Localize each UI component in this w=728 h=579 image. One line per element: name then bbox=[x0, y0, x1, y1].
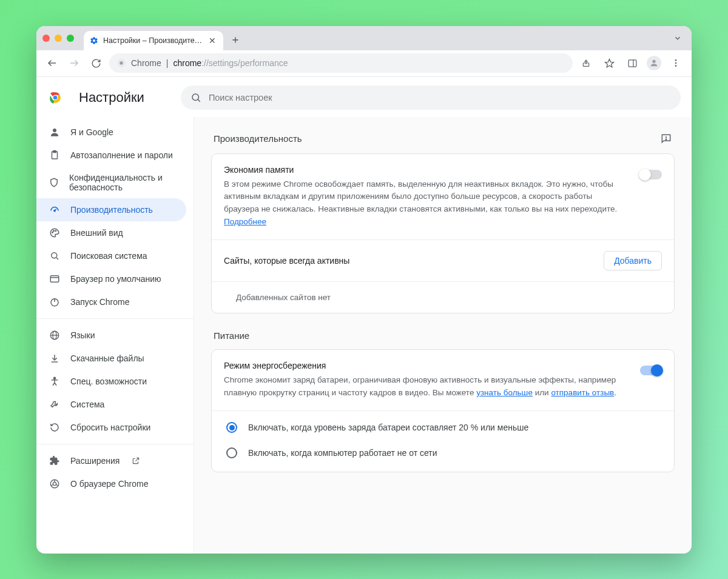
sidebar-item-label: Расширения bbox=[70, 456, 120, 466]
chevron-down-icon[interactable] bbox=[670, 34, 686, 42]
svg-point-24 bbox=[53, 230, 55, 231]
energy-option-battery-20[interactable]: Включать, когда уровень заряда батареи с… bbox=[224, 415, 662, 440]
section-header-performance: Производительность bbox=[214, 133, 672, 145]
sidebar-item-label: Поисковая система bbox=[70, 251, 147, 261]
sidebar-divider bbox=[36, 318, 194, 319]
svg-line-17 bbox=[198, 99, 200, 101]
memory-saver-title: Экономия памяти bbox=[224, 165, 628, 175]
new-tab-button[interactable]: ＋ bbox=[227, 31, 244, 48]
omnibox-url: chrome://settings/performance bbox=[173, 58, 288, 68]
sidebar-item-reset[interactable]: Сбросить настройки bbox=[36, 416, 186, 439]
svg-point-49 bbox=[666, 139, 666, 139]
sidebar-item-appearance[interactable]: Внешний вид bbox=[36, 221, 186, 244]
settings-search[interactable] bbox=[181, 85, 681, 110]
extension-icon bbox=[49, 455, 61, 466]
clipboard-icon bbox=[49, 150, 61, 161]
sidebar-item-label: Конфиденциальность и безопасность bbox=[69, 173, 174, 192]
sidebar-item-label: Скачанные файлы bbox=[70, 353, 144, 363]
energy-option-unplugged[interactable]: Включать, когда компьютер работает не от… bbox=[224, 440, 662, 466]
globe-icon bbox=[49, 330, 61, 341]
svg-line-41 bbox=[55, 383, 56, 386]
sidebar-item-label: Сбросить настройки bbox=[70, 423, 150, 432]
sidebar-item-performance[interactable]: Производительность bbox=[36, 198, 186, 221]
energy-saver-toggle[interactable] bbox=[640, 366, 662, 375]
svg-marker-6 bbox=[605, 59, 613, 67]
chrome-outline-icon bbox=[49, 478, 61, 489]
sidebar-item-privacy[interactable]: Конфиденциальность и безопасность bbox=[36, 167, 186, 198]
tab-title: Настройки – Производительн bbox=[103, 36, 203, 45]
svg-line-46 bbox=[51, 484, 53, 486]
sidebar-item-you-and-google[interactable]: Я и Google bbox=[36, 121, 186, 144]
forward-button[interactable] bbox=[66, 55, 83, 72]
close-window-button[interactable] bbox=[42, 35, 50, 42]
gear-icon bbox=[90, 36, 98, 45]
profile-avatar[interactable] bbox=[647, 56, 661, 70]
share-icon[interactable] bbox=[578, 55, 595, 72]
sidebar-item-default-browser[interactable]: Браузер по умолчанию bbox=[36, 267, 186, 290]
side-panel-icon[interactable] bbox=[624, 55, 641, 72]
svg-line-27 bbox=[56, 258, 58, 259]
speedometer-icon bbox=[49, 204, 61, 215]
accessibility-icon bbox=[49, 376, 61, 387]
memory-saver-description: В этом режиме Chrome освобождает память,… bbox=[224, 178, 628, 229]
person-icon bbox=[49, 127, 61, 138]
sidebar-item-about[interactable]: О браузере Chrome bbox=[36, 472, 186, 495]
add-site-button[interactable]: Добавить bbox=[604, 251, 662, 270]
svg-rect-7 bbox=[629, 59, 636, 66]
svg-rect-20 bbox=[53, 150, 56, 152]
sidebar-item-label: О браузере Chrome bbox=[70, 479, 149, 489]
sidebar-item-label: Спец. возможности bbox=[70, 377, 147, 386]
sidebar-item-label: Автозаполнение и пароли bbox=[70, 150, 173, 160]
feedback-icon[interactable] bbox=[660, 133, 672, 145]
learn-more-link[interactable]: Подробнее bbox=[224, 217, 266, 226]
sidebar-item-label: Браузер по умолчанию bbox=[70, 274, 161, 284]
sidebar-item-search-engine[interactable]: Поисковая система bbox=[36, 244, 186, 267]
minimize-window-button[interactable] bbox=[55, 35, 62, 42]
shield-icon bbox=[49, 177, 59, 188]
svg-point-12 bbox=[675, 65, 677, 67]
memory-saver-toggle[interactable] bbox=[640, 170, 662, 179]
energy-saver-description: Chrome экономит заряд батареи, ограничив… bbox=[224, 374, 628, 400]
sidebar-item-languages[interactable]: Языки bbox=[36, 324, 186, 347]
restore-icon bbox=[49, 422, 61, 433]
send-feedback-link[interactable]: отправить отзыв bbox=[551, 388, 614, 397]
back-button[interactable] bbox=[44, 55, 61, 72]
sidebar-item-on-startup[interactable]: Запуск Chrome bbox=[36, 290, 186, 313]
svg-point-18 bbox=[53, 129, 56, 132]
radio-unchecked-icon bbox=[226, 447, 237, 458]
energy-saver-title: Режим энергосбережения bbox=[224, 361, 628, 370]
sidebar-divider bbox=[36, 444, 194, 444]
sidebar-item-label: Я и Google bbox=[70, 127, 113, 137]
section-title: Производительность bbox=[214, 133, 302, 144]
sidebar-item-extensions[interactable]: Расширения bbox=[36, 449, 186, 472]
learn-more-link[interactable]: узнать больше bbox=[476, 388, 533, 397]
svg-point-37 bbox=[54, 377, 56, 379]
titlebar: Настройки – Производительн ✕ ＋ bbox=[36, 26, 692, 50]
sidebar-item-downloads[interactable]: Скачанные файлы bbox=[36, 347, 186, 370]
svg-point-22 bbox=[54, 210, 55, 211]
chrome-logo-icon bbox=[47, 90, 63, 105]
close-tab-button[interactable]: ✕ bbox=[207, 36, 217, 45]
sidebar-item-system[interactable]: Система bbox=[36, 393, 186, 416]
address-bar[interactable]: Chrome | chrome://settings/performance bbox=[109, 53, 573, 73]
energy-saver-card: Режим энергосбережения Chrome экономит з… bbox=[211, 349, 675, 472]
toolbar: Chrome | chrome://settings/performance bbox=[36, 50, 692, 77]
bookmark-star-icon[interactable] bbox=[601, 55, 618, 72]
sidebar-item-autofill[interactable]: Автозаполнение и пароли bbox=[36, 144, 186, 167]
svg-point-10 bbox=[675, 59, 677, 61]
reload-button[interactable] bbox=[87, 55, 104, 72]
window-icon bbox=[49, 273, 61, 284]
wrench-icon bbox=[49, 399, 61, 410]
always-active-sites-label: Сайты, которые всегда активны bbox=[224, 256, 349, 266]
svg-line-42 bbox=[136, 458, 139, 461]
search-input[interactable] bbox=[209, 93, 671, 102]
svg-rect-28 bbox=[50, 275, 59, 282]
sidebar-item-label: Запуск Chrome bbox=[70, 297, 129, 307]
svg-point-23 bbox=[52, 232, 53, 233]
sidebar-item-accessibility[interactable]: Спец. возможности bbox=[36, 370, 186, 393]
browser-tab[interactable]: Настройки – Производительн ✕ bbox=[84, 31, 223, 50]
kebab-menu-icon[interactable] bbox=[667, 55, 684, 72]
maximize-window-button[interactable] bbox=[67, 35, 74, 42]
settings-content: Настройки Я и Google Автозап bbox=[36, 77, 692, 554]
sidebar-item-label: Система bbox=[70, 400, 104, 409]
